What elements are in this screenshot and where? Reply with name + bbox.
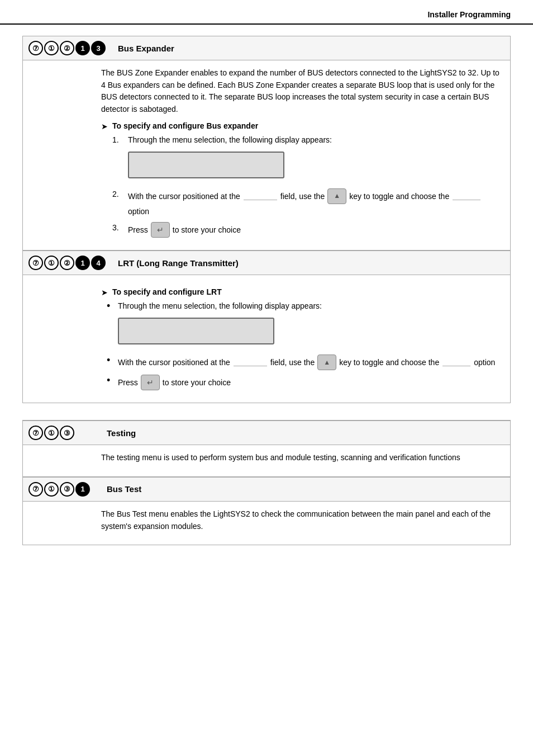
lrt-body: ➤ To specify and configure LRT • Through…	[23, 275, 510, 403]
bus-expander-section: ⑦ ① ② 1 3 Bus Expander The BUS Zone Expa…	[22, 36, 511, 251]
step-3: 3. Press to store your choice	[112, 222, 501, 238]
lrt-step2-row: With the cursor positioned at the field,…	[118, 355, 495, 370]
lrt-field-blank-1	[234, 358, 267, 366]
icon-7: ⑦	[28, 41, 43, 55]
lrt-bullet-2: • With the cursor positioned at the fiel…	[107, 355, 501, 370]
lrt-title: LRT (Long Range Transmitter)	[118, 258, 239, 268]
lrt-arrow-icon: ➤	[101, 288, 108, 297]
lrt-after-text: key to toggle and choose the	[339, 356, 439, 368]
lrt-store-text: to store your choice	[163, 376, 231, 389]
lrt-press-row: Press to store your choice	[118, 375, 231, 390]
lrt-end-text: option	[474, 356, 495, 368]
lrt-cursor-text: With the cursor positioned at the	[118, 356, 230, 368]
field-blank-2	[453, 192, 480, 200]
lrt-header-row: ⑦ ① ② 1 4 LRT (Long Range Transmitter)	[23, 251, 510, 275]
lcd-display-2	[118, 318, 274, 344]
lrt-icon-1: ①	[44, 256, 59, 270]
lrt-bullet-3-content: Press to store your choice	[118, 375, 231, 390]
page: Installer Programming ⑦ ① ② 1 3 Bus Expa…	[0, 0, 533, 756]
bus-expander-description: The BUS Zone Expander enables to expand …	[101, 67, 501, 116]
configure-lrt-header: ➤ To specify and configure LRT	[101, 287, 501, 297]
icon-2: ②	[60, 41, 74, 55]
lrt-icon-1-filled: 1	[75, 256, 90, 270]
configure-bus-expander-title: To specify and configure Bus expander	[112, 121, 258, 130]
bus-test-body: The Bus Test menu enables the LightSYS2 …	[23, 502, 510, 545]
bus-test-icon-3: ③	[60, 482, 74, 497]
step-2-text-row: With the cursor positioned at the field,…	[128, 188, 501, 218]
step-3-text-row: Press to store your choice	[128, 222, 241, 238]
bus-expander-icons: ⑦ ① ② 1 3	[28, 41, 107, 55]
testing-section: ⑦ ① ③ Testing The testing menu is used t…	[22, 420, 511, 477]
lrt-icon-7: ⑦	[28, 256, 43, 270]
testing-icon-7: ⑦	[28, 426, 43, 440]
configure-bus-expander-subsection: ➤ To specify and configure Bus expander …	[101, 121, 501, 238]
step-1: 1. Through the menu selection, the follo…	[112, 134, 501, 184]
lrt-bullet-1-content: Through the menu selection, the followin…	[118, 300, 322, 350]
bus-test-icons: ⑦ ① ③ 1	[28, 482, 96, 497]
testing-body: The testing menu is used to perform syst…	[23, 445, 510, 476]
bullet-dot-1: •	[107, 300, 118, 313]
lrt-steps: • Through the menu selection, the follow…	[107, 300, 501, 390]
lrt-mid-text: field, use the	[270, 356, 315, 368]
bus-expander-title: Bus Expander	[118, 44, 174, 53]
step-2-end: option	[128, 205, 149, 218]
configure-lrt-title: To specify and configure LRT	[112, 287, 222, 296]
testing-description: The testing menu is used to perform syst…	[101, 452, 501, 464]
bus-test-description: The Bus Test menu enables the LightSYS2 …	[101, 508, 501, 532]
step-3-press: Press	[128, 224, 148, 236]
toggle-key-icon	[327, 188, 346, 204]
enter-key-icon	[151, 222, 170, 238]
configure-lrt-subsection: ➤ To specify and configure LRT • Through…	[101, 287, 501, 390]
step-3-after: to store your choice	[173, 224, 241, 236]
lrt-bullet-2-content: With the cursor positioned at the field,…	[118, 355, 495, 370]
step-2-content: With the cursor positioned at the field,…	[128, 188, 501, 218]
section-gap	[22, 403, 511, 420]
page-header: Installer Programming	[0, 0, 533, 25]
step-2-after: key to toggle and choose the	[349, 190, 449, 202]
step-2-mid: field, use the	[280, 190, 325, 202]
bus-expander-steps: 1. Through the menu selection, the follo…	[112, 134, 501, 238]
testing-title: Testing	[107, 428, 136, 438]
bus-test-icon-1: ①	[44, 482, 59, 497]
bus-test-title: Bus Test	[107, 484, 141, 494]
testing-icon-1: ①	[44, 426, 59, 440]
bullet-dot-3: •	[107, 375, 118, 387]
lrt-icon-4-filled: 4	[91, 256, 106, 270]
bus-expander-header-row: ⑦ ① ② 1 3 Bus Expander	[23, 36, 510, 60]
bus-test-header-row: ⑦ ① ③ 1 Bus Test	[23, 478, 510, 502]
step-2-num: 2.	[112, 188, 128, 200]
step-2-before: With the cursor positioned at the	[128, 190, 240, 202]
step-3-content: Press to store your choice	[128, 222, 241, 238]
icon-3-filled: 3	[91, 41, 106, 55]
icon-1: ①	[44, 41, 59, 55]
step-1-text: Through the menu selection, the followin…	[128, 135, 332, 144]
lrt-bullet-3: • Press to store your choice	[107, 375, 501, 390]
lrt-section: ⑦ ① ② 1 4 LRT (Long Range Transmitter) ➤…	[22, 251, 511, 403]
lrt-press-text: Press	[118, 376, 138, 389]
testing-icon-3: ③	[60, 426, 74, 440]
lrt-display-text: Through the menu selection, the followin…	[118, 301, 322, 310]
lrt-field-blank-2	[442, 358, 470, 366]
arrow-icon: ➤	[101, 122, 108, 131]
bus-test-icon-7: ⑦	[28, 482, 43, 497]
lcd-display-1	[128, 152, 284, 178]
bus-expander-body: The BUS Zone Expander enables to expand …	[23, 60, 510, 250]
lrt-bullet-1: • Through the menu selection, the follow…	[107, 300, 501, 350]
lrt-enter-key-icon	[141, 375, 160, 390]
main-content: ⑦ ① ② 1 3 Bus Expander The BUS Zone Expa…	[0, 25, 533, 556]
bullet-dot-2: •	[107, 355, 118, 367]
testing-icons: ⑦ ① ③	[28, 426, 96, 440]
bus-test-section: ⑦ ① ③ 1 Bus Test The Bus Test menu enabl…	[22, 477, 511, 545]
testing-header-row: ⑦ ① ③ Testing	[23, 421, 510, 445]
icon-1-filled: 1	[75, 41, 90, 55]
lrt-toggle-key-icon	[317, 355, 336, 370]
step-2: 2. With the cursor positioned at the fie…	[112, 188, 501, 218]
field-blank-1	[244, 192, 277, 200]
header-title: Installer Programming	[427, 10, 511, 19]
bus-test-icon-1-filled: 1	[75, 482, 90, 497]
step-3-num: 3.	[112, 222, 128, 234]
step-1-num: 1.	[112, 134, 128, 146]
lrt-icons: ⑦ ① ② 1 4	[28, 256, 107, 270]
lrt-icon-2: ②	[60, 256, 74, 270]
configure-bus-expander-header: ➤ To specify and configure Bus expander	[101, 121, 501, 131]
